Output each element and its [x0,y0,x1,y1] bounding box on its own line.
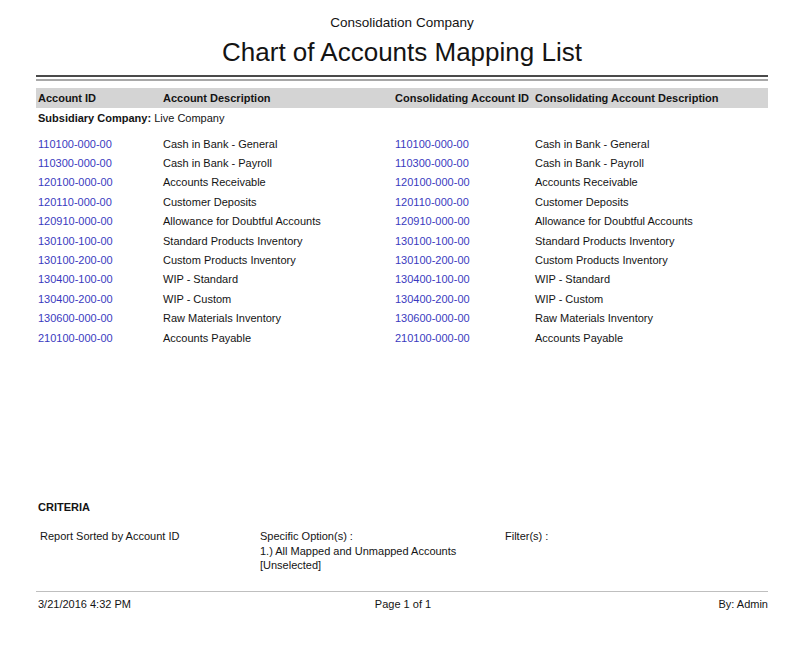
report-sorted-by: Report Sorted by Account ID [40,529,260,573]
consolidating-account-description-cell: Customer Deposits [533,196,762,208]
account-id-link[interactable]: 130100-100-00 [36,235,161,247]
consolidating-account-id-link[interactable]: 130100-100-00 [393,235,533,247]
account-description-cell: Accounts Payable [161,332,393,344]
title-divider [36,75,768,81]
account-id-link[interactable]: 210100-000-00 [36,332,161,344]
consolidating-account-id-link[interactable]: 130400-200-00 [393,293,533,305]
account-id-link[interactable]: 130600-000-00 [36,312,161,324]
table-row: 130100-100-00Standard Products Inventory… [36,231,768,250]
table-row: 110300-000-00Cash in Bank - Payroll11030… [36,153,768,172]
consolidating-account-id-link[interactable]: 120910-000-00 [393,215,533,227]
account-id-link[interactable]: 130400-200-00 [36,293,161,305]
account-description-cell: Raw Materials Inventory [161,312,393,324]
account-id-link[interactable]: 130100-200-00 [36,254,161,266]
criteria-heading: CRITERIA [38,501,804,514]
consolidating-account-description-cell: Allowance for Doubtful Accounts [533,215,762,227]
account-id-link[interactable]: 130400-100-00 [36,273,161,285]
account-description-cell: Standard Products Inventory [161,235,393,247]
account-description-cell: Custom Products Inventory [161,254,393,266]
divider-line-light [36,79,768,81]
consolidating-account-description-cell: Accounts Payable [533,332,762,344]
consolidating-account-description-cell: Cash in Bank - General [533,138,762,150]
subsidiary-company-row: Subsidiary Company: Live Company [38,111,768,125]
table-row: 210100-000-00Accounts Payable210100-000-… [36,328,768,347]
account-description-cell: WIP - Custom [161,293,393,305]
table-row: 120910-000-00Allowance for Doubtful Acco… [36,212,768,231]
consolidating-account-id-link[interactable]: 110100-000-00 [393,138,533,150]
account-description-cell: Accounts Receivable [161,176,393,188]
account-description-cell: WIP - Standard [161,273,393,285]
consolidating-account-description-cell: Raw Materials Inventory [533,312,762,324]
account-description-cell: Cash in Bank - General [161,138,393,150]
footer: 3/21/2016 4:32 PM Page 1 of 1 By: Admin [38,597,768,611]
table-row: 120100-000-00Accounts Receivable120100-0… [36,173,768,192]
consolidating-account-description-cell: WIP - Standard [533,273,762,285]
consolidating-account-description-cell: Cash in Bank - Payroll [533,157,762,169]
consolidating-account-id-link[interactable]: 120110-000-00 [393,196,533,208]
company-name: Consolidation Company [0,0,804,30]
consolidating-account-id-link[interactable]: 130100-200-00 [393,254,533,266]
consolidating-account-id-link[interactable]: 210100-000-00 [393,332,533,344]
account-id-link[interactable]: 120110-000-00 [36,196,161,208]
subsidiary-company-value: Live Company [154,112,224,124]
column-header-account-id: Account ID [36,92,161,104]
table-rows: 110100-000-00Cash in Bank - General11010… [36,134,768,347]
table-row: 130400-200-00WIP - Custom130400-200-00WI… [36,289,768,308]
subsidiary-company-label: Subsidiary Company: [38,112,151,124]
consolidating-account-description-cell: WIP - Custom [533,293,762,305]
footer-divider [36,591,768,592]
specific-options-label: Specific Option(s) : [260,529,505,544]
consolidating-account-id-link[interactable]: 120100-000-00 [393,176,533,188]
table-row: 110100-000-00Cash in Bank - General11010… [36,134,768,153]
table-row: 130400-100-00WIP - Standard130400-100-00… [36,270,768,289]
footer-printed-by: By: Admin [525,597,768,611]
consolidating-account-description-cell: Custom Products Inventory [533,254,762,266]
table-row: 130600-000-00Raw Materials Inventory1306… [36,309,768,328]
report-page: Consolidation Company Chart of Accounts … [0,0,804,672]
consolidating-account-id-link[interactable]: 130400-100-00 [393,273,533,285]
specific-option-line-2: [Unselected] [260,558,505,573]
consolidating-account-description-cell: Accounts Receivable [533,176,762,188]
account-description-cell: Cash in Bank - Payroll [161,157,393,169]
consolidating-account-id-link[interactable]: 110300-000-00 [393,157,533,169]
account-id-link[interactable]: 120910-000-00 [36,215,161,227]
table-row: 130100-200-00Custom Products Inventory13… [36,250,768,269]
report-title: Chart of Accounts Mapping List [0,37,804,67]
filters-label: Filter(s) : [505,529,768,573]
account-id-link[interactable]: 110300-000-00 [36,157,161,169]
column-header-consolidating-account-description: Consolidating Account Description [533,92,762,104]
footer-page-number: Page 1 of 1 [281,597,524,611]
footer-datetime: 3/21/2016 4:32 PM [38,597,281,611]
table-row: 120110-000-00Customer Deposits120110-000… [36,192,768,211]
table-header-row: Account ID Account Description Consolida… [36,88,768,108]
column-header-account-description: Account Description [161,92,393,104]
column-header-consolidating-account-id: Consolidating Account ID [393,92,533,104]
consolidating-account-id-link[interactable]: 130600-000-00 [393,312,533,324]
account-description-cell: Allowance for Doubtful Accounts [161,215,393,227]
account-id-link[interactable]: 120100-000-00 [36,176,161,188]
criteria-section: Report Sorted by Account ID Specific Opt… [40,529,768,573]
specific-option-line-1: 1.) All Mapped and Unmapped Accounts [260,544,505,559]
account-description-cell: Customer Deposits [161,196,393,208]
specific-options: Specific Option(s) : 1.) All Mapped and … [260,529,505,573]
consolidating-account-description-cell: Standard Products Inventory [533,235,762,247]
account-id-link[interactable]: 110100-000-00 [36,138,161,150]
